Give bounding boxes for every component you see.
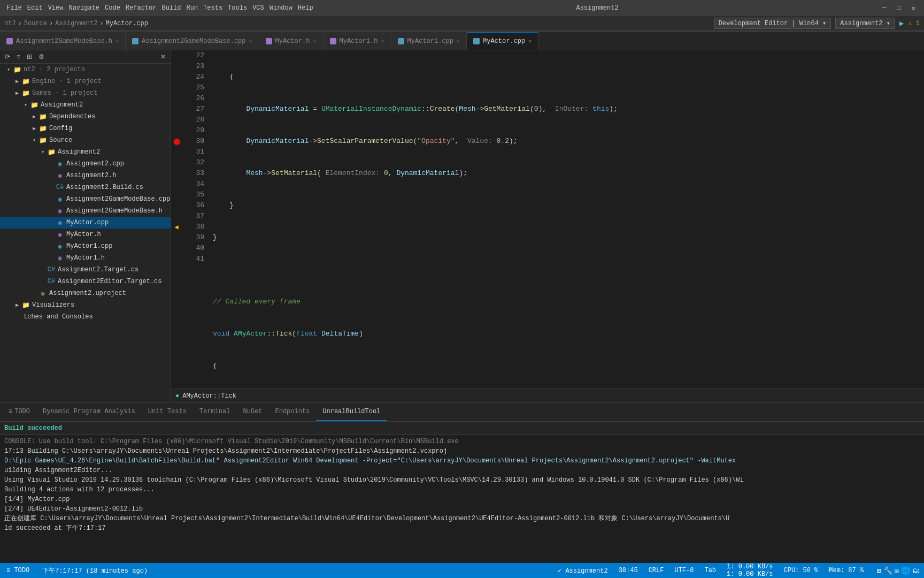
- tab-close-icon[interactable]: ✕: [249, 38, 252, 44]
- sidebar-sync-btn[interactable]: ⟳: [2, 51, 13, 62]
- tree-item-visualizers[interactable]: ▶ 📁 Visualizers: [0, 299, 171, 311]
- menu-view[interactable]: View: [46, 3, 66, 13]
- status-crlf[interactable]: CRLF: [646, 567, 666, 574]
- tree-label: Assignment2.Build.cs: [66, 184, 143, 191]
- tab-terminal[interactable]: Terminal: [193, 403, 237, 421]
- tree-label: Assignment2GameModeBase.cpp: [66, 195, 170, 203]
- todo-label: TODO: [14, 567, 29, 574]
- tree-item-gamemode-h[interactable]: ◉ Assignment2GameModeBase.h: [0, 205, 171, 217]
- tab-myactor-cpp[interactable]: MyActor.cpp ✕: [467, 32, 538, 50]
- tray-icon-1: ⊞: [876, 566, 881, 575]
- tree-item-games[interactable]: ▶ 📁 Games · 1 project: [0, 87, 171, 99]
- expand-arrow[interactable]: ▾: [38, 149, 47, 155]
- config-dropdown[interactable]: Development Editor | Win64 ▾: [714, 18, 831, 29]
- expand-arrow[interactable]: ▶: [30, 125, 38, 132]
- expand-arrow[interactable]: ▶: [30, 113, 38, 120]
- breadcrumb-part1[interactable]: nt2: [4, 20, 16, 27]
- tab-endpoints[interactable]: Endpoints: [268, 403, 316, 421]
- tab-close-icon[interactable]: ✕: [528, 38, 532, 44]
- expand-arrow[interactable]: ▾: [21, 102, 30, 108]
- tree-item-myactor1-cpp[interactable]: ◉ MyActor1.cpp: [0, 240, 171, 252]
- menu-window[interactable]: Window: [267, 3, 295, 13]
- sidebar-settings-btn[interactable]: ⚙: [36, 51, 47, 62]
- code-line-31: {: [213, 361, 924, 371]
- tree-item-config[interactable]: ▶ 📁 Config: [0, 123, 171, 134]
- tab-label: MyActor1.h: [340, 37, 378, 45]
- tree-item-assignment2-project[interactable]: ▾ 📁 Assignment2: [0, 99, 171, 111]
- tab-close-icon[interactable]: ✕: [457, 38, 460, 44]
- sidebar-filter-btn[interactable]: ⊞: [24, 51, 35, 62]
- tab-close-icon[interactable]: ✕: [116, 38, 119, 44]
- tree-item-watches[interactable]: tches and Consoles: [0, 311, 171, 323]
- tree-label: tches and Consoles: [24, 313, 93, 321]
- tree-item-myactor-h[interactable]: ◉ MyActor.h: [0, 229, 171, 240]
- tree-item-gamemode-cpp[interactable]: ◉ Assignment2GameModeBase.cpp: [0, 193, 171, 205]
- code-content[interactable]: ⬤ ◀ 22 23 24: [171, 50, 924, 389]
- menu-vcs[interactable]: VCS: [250, 3, 266, 13]
- folder-icon: 📁: [21, 77, 30, 86]
- expand-arrow[interactable]: ▶: [13, 302, 21, 308]
- tree-item-assignment2-cpp[interactable]: ◉ Assignment2.cpp: [0, 158, 171, 170]
- breadcrumb-part4[interactable]: MyActor.cpp: [106, 20, 148, 27]
- tree-item-engine[interactable]: ▶ 📁 Engine · 1 project: [0, 75, 171, 87]
- breadcrumb-part2[interactable]: Source: [24, 20, 47, 27]
- tab-myactor1-cpp[interactable]: MyActor1.cpp ✕: [391, 32, 467, 50]
- tab-close-icon[interactable]: ✕: [313, 38, 317, 44]
- expand-arrow[interactable]: ▾: [30, 137, 38, 143]
- tab-close-icon[interactable]: ✕: [381, 38, 384, 44]
- menu-edit[interactable]: Edit: [25, 3, 45, 13]
- expand-arrow[interactable]: ▾: [4, 66, 13, 73]
- sidebar-close-btn[interactable]: ✕: [158, 51, 168, 62]
- tree-item-editor-target-cs[interactable]: C# Assignment2Editor.Target.cs: [0, 276, 171, 287]
- tab-assignment2gamemodebase-cpp[interactable]: Assignment2GameModeBase.cpp ✕: [126, 32, 259, 50]
- menu-build[interactable]: Build: [159, 3, 183, 13]
- tab-myactor1-h[interactable]: MyActor1.h ✕: [324, 32, 391, 50]
- tab-dynamic-analysis[interactable]: Dynamic Program Analysis: [36, 403, 142, 421]
- tree-item-assignment2-h[interactable]: ◉ Assignment2.h: [0, 170, 171, 181]
- expand-arrow[interactable]: ▶: [13, 78, 21, 85]
- tab-label: MyActor1.cpp: [407, 37, 453, 45]
- breakpoint-marker[interactable]: ⬤: [173, 136, 180, 147]
- menu-help[interactable]: Help: [296, 3, 315, 13]
- tab-myactor-h[interactable]: MyActor.h ✕: [259, 32, 324, 50]
- spacer: [47, 220, 56, 226]
- code-lines[interactable]: { DynamicMaterial = UMaterialInstanceDyn…: [209, 50, 924, 389]
- menu-tests[interactable]: Tests: [201, 3, 225, 13]
- menu-code[interactable]: Code: [103, 3, 122, 13]
- tab-unit-tests[interactable]: Unit Tests: [142, 403, 193, 421]
- status-encoding[interactable]: UTF-8: [672, 567, 696, 574]
- menu-file[interactable]: File: [4, 3, 24, 13]
- tree-item-myactor1-h[interactable]: ◉ MyActor1.h: [0, 252, 171, 264]
- sidebar-collapse-btn[interactable]: ≡: [14, 51, 23, 62]
- tree-item-uproject[interactable]: ◉ Assignment2.uproject: [0, 287, 171, 299]
- build-log[interactable]: CONSOLE: Use build tool: C:\Program File…: [0, 435, 924, 563]
- menu-run[interactable]: Run: [184, 3, 200, 13]
- status-todo[interactable]: ≡ TODO: [4, 567, 32, 574]
- expand-arrow[interactable]: ▶: [13, 90, 21, 96]
- menu-refactor[interactable]: Refactor: [124, 3, 159, 13]
- tree-item-root[interactable]: ▾ 📁 nt2 · 2 projects: [0, 64, 171, 75]
- tree-item-target-cs[interactable]: C# Assignment2.Target.cs: [0, 264, 171, 276]
- tree-item-assignment2-folder[interactable]: ▾ 📁 Assignment2: [0, 146, 171, 158]
- tree-label: Source: [49, 136, 72, 144]
- breadcrumb-part3[interactable]: Assignment2: [55, 20, 97, 27]
- h-file-icon: ◉: [56, 254, 64, 262]
- menu-navigate[interactable]: Navigate: [66, 3, 102, 13]
- todo-icon: ≡: [6, 567, 10, 574]
- tree-item-dependencies[interactable]: ▶ 📁 Dependencies: [0, 111, 171, 123]
- status-tab[interactable]: Tab: [702, 567, 718, 574]
- tab-unrealbuildtool[interactable]: UnrealBuildTool: [316, 403, 387, 421]
- tree-item-assignment2-build-cs[interactable]: C# Assignment2.Build.cs: [0, 181, 171, 193]
- tree-item-source[interactable]: ▾ 📁 Source: [0, 134, 171, 146]
- window-controls[interactable]: ─ □ ✕: [878, 4, 920, 12]
- run-button[interactable]: ▶: [899, 19, 904, 28]
- tab-assignment2gamemodebase-h[interactable]: Assignment2GameModeBase.h ✕: [0, 32, 126, 50]
- spacer: [4, 314, 13, 320]
- folder-icon: 📁: [38, 124, 47, 133]
- tree-item-myactor-cpp[interactable]: ◉ MyActor.cpp: [0, 217, 171, 229]
- status-line-col[interactable]: 38:45: [617, 567, 640, 574]
- menu-tools[interactable]: Tools: [226, 3, 249, 13]
- tab-todo[interactable]: ≡ TODO: [2, 403, 36, 421]
- project-dropdown[interactable]: Assignment2 ▾: [835, 18, 895, 29]
- tab-nuget[interactable]: NuGet: [236, 403, 268, 421]
